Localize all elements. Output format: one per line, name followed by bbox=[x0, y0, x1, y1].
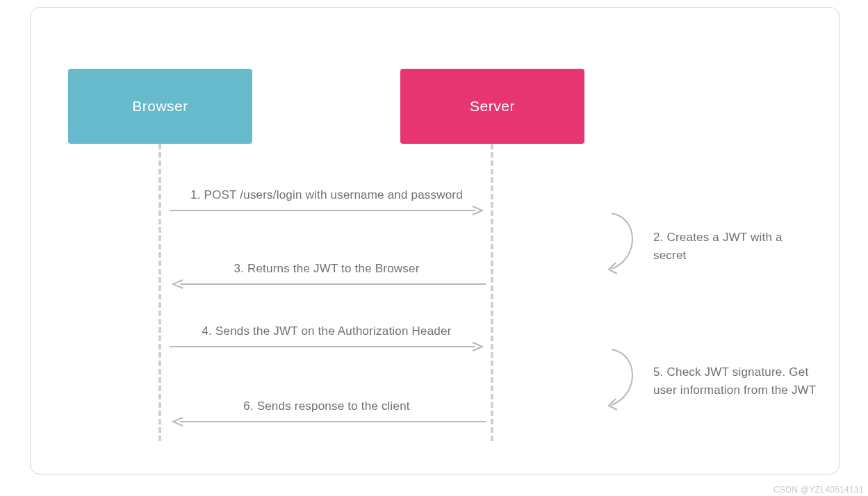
lifeline-server bbox=[491, 144, 493, 441]
self-arrow-step-2 bbox=[605, 210, 646, 279]
actor-server-label: Server bbox=[470, 98, 515, 115]
step-5-label: 5. Check JWT signature. Get user informa… bbox=[653, 363, 827, 399]
actor-browser-label: Browser bbox=[132, 98, 188, 115]
actor-server: Server bbox=[400, 69, 584, 144]
self-arrow-step-5 bbox=[605, 346, 646, 415]
watermark: CSDN @YZL40514131 bbox=[773, 485, 864, 495]
step-1-label: 1. POST /users/login with username and p… bbox=[163, 188, 490, 202]
arrow-step-3 bbox=[170, 279, 486, 289]
arrow-step-1 bbox=[170, 206, 486, 215]
lifeline-browser bbox=[158, 144, 161, 441]
arrow-step-6 bbox=[170, 417, 486, 427]
step-4-label: 4. Sends the JWT on the Authorization He… bbox=[163, 324, 490, 338]
step-3-label: 3. Returns the JWT to the Browser bbox=[163, 262, 490, 276]
step-6-label: 6. Sends response to the client bbox=[163, 399, 490, 413]
step-2-label: 2. Creates a JWT with a secret bbox=[653, 229, 792, 265]
arrow-step-4 bbox=[170, 342, 486, 352]
actor-browser: Browser bbox=[68, 69, 252, 144]
